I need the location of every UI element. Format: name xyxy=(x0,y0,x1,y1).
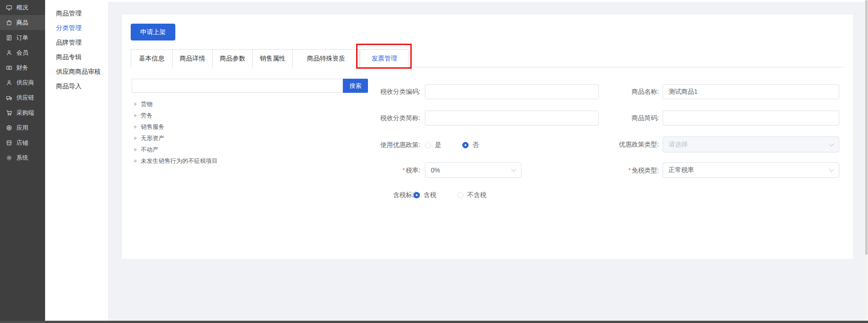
use-policy-radio-group: 是 否 xyxy=(425,141,479,149)
submenu-item-product-management[interactable]: 商品管理 xyxy=(45,6,108,20)
tab-product-detail[interactable]: 商品详情 xyxy=(173,49,213,67)
scrollbar-thumb[interactable] xyxy=(865,0,868,255)
sidebar-item-products[interactable]: 商品 xyxy=(0,15,45,30)
sidebar-item-label: 会员 xyxy=(16,49,28,57)
tree-item-sales-services[interactable]: 销售服务 xyxy=(132,121,323,132)
system-icon xyxy=(6,155,12,161)
tab-basic-info[interactable]: 基本信息 xyxy=(131,49,173,67)
radio-tax-included-label[interactable]: 含税 xyxy=(424,191,436,199)
submenu-item-category-management[interactable]: 分类管理 xyxy=(45,20,108,35)
policy-type-select[interactable]: 请选择 xyxy=(663,136,839,152)
product-code-label: 商品简码: xyxy=(632,114,659,122)
caret-right-icon[interactable] xyxy=(134,159,137,163)
procurement-icon xyxy=(6,110,12,116)
product-name-label: 商品名称: xyxy=(632,88,659,96)
finance-icon xyxy=(6,65,12,71)
member-icon xyxy=(6,50,12,56)
free-tax-label: *免税类型: xyxy=(628,167,659,175)
sidebar-item-procurement[interactable]: 采购端 xyxy=(0,105,45,120)
radio-tax-excluded-label[interactable]: 不含税 xyxy=(467,191,486,199)
submenu-item-supplier-product-review[interactable]: 供应商商品审核 xyxy=(45,64,108,79)
sidebar-item-finance[interactable]: 财务 xyxy=(0,60,45,75)
sidebar-item-suppliers[interactable]: 供应商 xyxy=(0,75,45,90)
tree-item-label: 无形资产 xyxy=(141,134,164,142)
bag-icon xyxy=(6,20,12,26)
sidebar-item-label: 财务 xyxy=(16,64,28,72)
sidebar-item-label: 订单 xyxy=(16,34,28,42)
policy-type-label: 优惠政策类型: xyxy=(619,141,659,149)
tree-item-real-estate[interactable]: 不动产 xyxy=(132,144,323,155)
supply-chain-icon xyxy=(6,95,12,101)
caret-right-icon[interactable] xyxy=(134,148,137,151)
sidebar-item-label: 概况 xyxy=(16,4,28,12)
use-policy-label: 使用优惠政策: xyxy=(380,141,420,149)
tree-item-label: 货物 xyxy=(141,100,153,108)
search-button[interactable]: 搜索 xyxy=(343,79,368,93)
apps-icon xyxy=(6,125,12,131)
sidebar-item-label: 商品 xyxy=(16,19,28,27)
chevron-down-icon xyxy=(511,167,516,172)
tree-item-non-taxable[interactable]: 未发生销售行为的不征税项目 xyxy=(132,155,323,167)
radio-yes[interactable] xyxy=(425,142,431,148)
sidebar-item-members[interactable]: 会员 xyxy=(0,45,45,60)
radio-tax-excluded[interactable] xyxy=(457,192,464,198)
tab-sales-attributes[interactable]: 销售属性 xyxy=(253,49,293,67)
product-name-input[interactable] xyxy=(663,84,839,99)
vertical-scrollbar[interactable] xyxy=(865,0,868,323)
spacer xyxy=(45,0,108,6)
tab-special-qualifications[interactable]: 商品特殊资质 xyxy=(293,49,360,67)
chevron-down-icon xyxy=(829,141,834,146)
tax-category-tree: 货物 劳务 销售服务 无形资产 不动产 未发生销售行为的不征税项目 xyxy=(132,98,323,167)
tab-invoice-management[interactable]: 发票管理 xyxy=(360,49,409,68)
monitor-icon xyxy=(6,5,12,11)
sidebar-item-apps[interactable]: 应用 xyxy=(0,120,45,135)
tree-item-label: 未发生销售行为的不征税项目 xyxy=(141,157,218,165)
radio-no[interactable] xyxy=(462,142,469,148)
policy-type-placeholder: 请选择 xyxy=(669,141,688,149)
sidebar-item-label: 采购端 xyxy=(16,109,34,117)
product-code-input[interactable] xyxy=(663,111,839,126)
top-strip xyxy=(108,0,868,2)
radio-tax-included[interactable] xyxy=(414,192,420,198)
supplier-icon xyxy=(6,80,12,86)
caret-right-icon[interactable] xyxy=(134,136,137,140)
tax-code-input[interactable] xyxy=(425,84,599,99)
tree-item-label: 劳务 xyxy=(141,111,153,120)
apply-listing-button[interactable]: 申请上架 xyxy=(131,24,175,40)
sidebar-item-label: 应用 xyxy=(16,124,28,132)
tax-rate-select[interactable]: 0% xyxy=(425,162,521,178)
sidebar-item-label: 供应商 xyxy=(16,79,34,87)
free-tax-select[interactable]: 正常税率 xyxy=(663,162,839,178)
sidebar-item-overview[interactable]: 概况 xyxy=(0,0,45,15)
radio-no-label[interactable]: 否 xyxy=(472,141,479,149)
secondary-menu: 商品管理 分类管理 品牌管理 商品专辑 供应商商品审核 商品导入 xyxy=(45,0,108,323)
chevron-down-icon xyxy=(829,167,834,172)
sidebar-item-orders[interactable]: 订单 xyxy=(0,30,45,45)
tree-item-goods[interactable]: 货物 xyxy=(132,98,323,110)
caret-right-icon[interactable] xyxy=(134,125,137,129)
radio-yes-label[interactable]: 是 xyxy=(435,141,441,149)
tree-item-labor[interactable]: 劳务 xyxy=(132,110,323,121)
sidebar-item-shop[interactable]: 店铺 xyxy=(0,135,45,150)
tax-rate-label: *税率: xyxy=(403,167,420,175)
category-search-input[interactable] xyxy=(132,79,343,93)
free-tax-value: 正常税率 xyxy=(669,166,694,174)
tax-rate-label-text: 税率: xyxy=(406,167,420,174)
bottom-taskbar-edge xyxy=(0,321,868,323)
caret-right-icon[interactable] xyxy=(134,114,137,117)
caret-right-icon[interactable] xyxy=(134,102,137,106)
submenu-item-product-album[interactable]: 商品专辑 xyxy=(45,50,108,64)
shop-icon xyxy=(6,140,12,146)
tax-short-input[interactable] xyxy=(425,111,599,126)
tree-item-intangible-assets[interactable]: 无形资产 xyxy=(132,132,323,144)
primary-sidebar: 概况 商品 订单 会员 财务 供应商 供应链 采购端 应用 店铺 系统 xyxy=(0,0,45,323)
tax-short-label: 税收分类简称: xyxy=(380,114,420,122)
sidebar-item-system[interactable]: 系统 xyxy=(0,150,45,165)
content-card: 申请上架 基本信息 商品详情 商品参数 销售属性 商品特殊资质 发票管理 搜索 … xyxy=(122,15,853,259)
sidebar-item-supply-chain[interactable]: 供应链 xyxy=(0,90,45,105)
tab-bar: 基本信息 商品详情 商品参数 销售属性 商品特殊资质 发票管理 xyxy=(131,49,844,67)
submenu-item-brand-management[interactable]: 品牌管理 xyxy=(45,35,108,50)
tab-product-params[interactable]: 商品参数 xyxy=(213,49,253,67)
free-tax-label-text: 免税类型: xyxy=(632,167,659,174)
submenu-item-product-import[interactable]: 商品导入 xyxy=(45,79,108,93)
